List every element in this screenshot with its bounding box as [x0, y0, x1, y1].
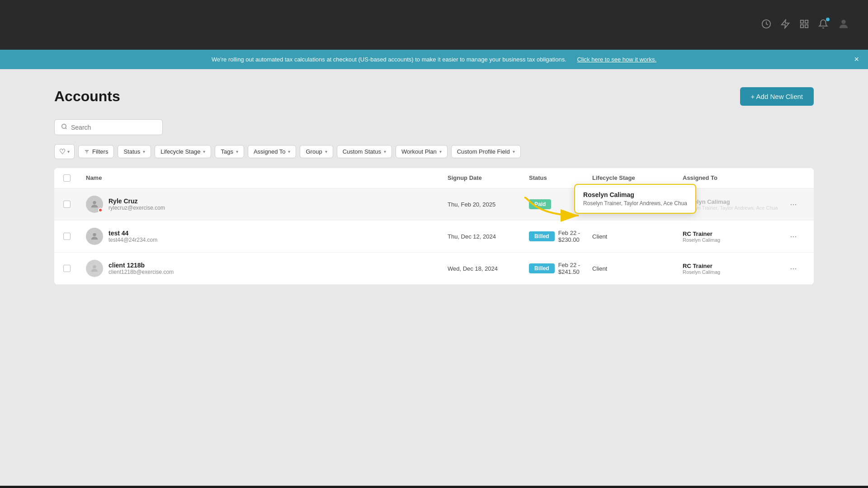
arrow-annotation: [520, 193, 592, 231]
row2-status-badge: Billed: [529, 231, 555, 241]
row1-client-info: Ryle Cruz rylecruz@exercise.com: [86, 196, 448, 213]
group-filter-label: Group: [306, 148, 322, 155]
filters-button[interactable]: Filters: [78, 145, 114, 158]
row1-assigned-to-cell: Roselyn Calimag Roselyn Trainer, Taylor …: [683, 198, 782, 211]
header-assigned-to: Assigned To: [683, 174, 782, 182]
svg-point-6: [841, 19, 845, 23]
row3-status-cell: Billed Feb 22 - $241.50: [529, 262, 592, 275]
workout-plan-chevron-icon: ▾: [439, 149, 442, 154]
row1-checkbox[interactable]: [63, 201, 71, 208]
banner-close-button[interactable]: ×: [854, 55, 859, 64]
lifecycle-stage-filter[interactable]: Lifecycle Stage ▾: [155, 145, 211, 158]
row2-billing-detail: Feb 22 - $230.00: [558, 230, 592, 243]
table-row: Ryle Cruz rylecruz@exercise.com Thu, Feb…: [54, 188, 814, 221]
row3-lifecycle: Client: [592, 265, 683, 272]
banner-link[interactable]: Click here to see how it works.: [577, 56, 656, 63]
main-content: Accounts + Add New Client ♡ ▾ Filters St…: [0, 69, 868, 486]
favorites-filter[interactable]: ♡ ▾: [54, 144, 75, 159]
row2-assigned-sub: Roselyn Calimag: [683, 237, 782, 243]
header-signup-date: Signup Date: [448, 174, 529, 182]
custom-status-filter[interactable]: Custom Status ▾: [337, 145, 392, 158]
assigned-to-filter[interactable]: Assigned To ▾: [248, 145, 297, 158]
row3-signup-date: Wed, Dec 18, 2024: [448, 265, 529, 272]
banner: We're rolling out automated tax calculat…: [0, 50, 868, 69]
bottom-black-area: [0, 486, 868, 488]
row3-assigned-main: RC Trainer: [683, 263, 782, 269]
header-checkbox-cell: [63, 174, 86, 182]
svg-point-15: [93, 265, 96, 268]
row2-status-cell: Billed Feb 22 - $230.00: [529, 230, 592, 243]
row3-checkbox[interactable]: [63, 265, 71, 272]
row2-lifecycle: Client: [592, 233, 683, 240]
tags-chevron-icon: ▾: [236, 149, 238, 154]
row3-email: client1218b@exercise.com: [108, 269, 174, 275]
row3-client-info: client 1218b client1218b@exercise.com: [86, 260, 448, 277]
row1-avatar: [86, 196, 103, 213]
table-row: client 1218b client1218b@exercise.com We…: [54, 253, 814, 285]
row3-avatar: [86, 260, 103, 277]
svg-rect-5: [801, 24, 803, 27]
row1-status-dot: [98, 208, 103, 212]
tooltip-sub-names: Roselyn Trainer, Taylor Andrews, Ace Chu…: [583, 200, 687, 206]
add-new-client-button[interactable]: + Add New Client: [740, 87, 814, 106]
tooltip-main-name: Roselyn Calimag: [583, 191, 687, 198]
search-container: [54, 119, 814, 135]
row3-assigned-to-cell: RC Trainer Roselyn Calimag: [683, 263, 782, 275]
workout-plan-filter-label: Workout Plan: [401, 148, 437, 155]
custom-status-filter-label: Custom Status: [343, 148, 381, 155]
status-filter[interactable]: Status ▾: [118, 145, 151, 158]
row1-checkbox-cell: [63, 201, 86, 208]
custom-status-chevron-icon: ▾: [384, 149, 386, 154]
svg-point-14: [93, 233, 96, 236]
heart-icon: ♡: [59, 147, 66, 156]
workout-plan-filter[interactable]: Workout Plan ▾: [396, 145, 448, 158]
row1-assigned-sub: Roselyn Trainer, Taylor Andrews, Ace Chu…: [683, 205, 782, 211]
assigned-to-chevron-icon: ▾: [288, 149, 290, 154]
row2-checkbox-cell: [63, 233, 86, 240]
grid-icon[interactable]: [799, 19, 809, 31]
group-filter[interactable]: Group ▾: [300, 145, 333, 158]
svg-point-7: [62, 124, 66, 128]
row2-client-info: test 44 test44@24r234.com: [86, 228, 448, 245]
tags-filter-label: Tags: [221, 148, 233, 155]
row1-assigned-main: Roselyn Calimag: [683, 198, 782, 205]
row3-name: client 1218b: [108, 262, 174, 269]
custom-profile-field-filter[interactable]: Custom Profile Field ▾: [451, 145, 521, 158]
clock-icon[interactable]: [761, 19, 771, 31]
row3-more-button[interactable]: ···: [782, 264, 805, 273]
filters-label: Filters: [92, 148, 108, 155]
svg-rect-3: [805, 20, 808, 23]
status-filter-label: Status: [123, 148, 140, 155]
header-actions: [782, 174, 805, 182]
svg-marker-1: [782, 19, 789, 28]
row1-name: Ryle Cruz: [108, 197, 165, 205]
search-icon: [61, 123, 67, 131]
user-avatar-icon[interactable]: [837, 18, 850, 33]
row1-more-button[interactable]: ···: [782, 200, 805, 209]
assigned-to-filter-label: Assigned To: [254, 148, 286, 155]
svg-line-8: [66, 128, 67, 129]
header-name: Name: [86, 174, 448, 182]
row2-email: test44@24r234.com: [108, 237, 157, 243]
row3-billing-detail: Feb 22 - $241.50: [558, 262, 592, 275]
banner-text: We're rolling out automated tax calculat…: [212, 56, 566, 63]
row2-checkbox[interactable]: [63, 233, 71, 240]
row2-name: test 44: [108, 230, 157, 237]
row2-avatar: [86, 228, 103, 245]
lifecycle-stage-filter-label: Lifecycle Stage: [160, 148, 200, 155]
svg-rect-4: [805, 24, 808, 27]
lightning-icon[interactable]: [780, 19, 790, 31]
page-header: Accounts + Add New Client: [54, 87, 814, 106]
tags-filter[interactable]: Tags ▾: [215, 145, 244, 158]
svg-rect-2: [801, 20, 803, 23]
row2-more-button[interactable]: ···: [782, 232, 805, 241]
custom-profile-field-filter-label: Custom Profile Field: [457, 148, 510, 155]
row1-signup-date: Thu, Feb 20, 2025: [448, 201, 529, 208]
select-all-checkbox[interactable]: [63, 174, 71, 182]
clients-table: Name Signup Date Status Lifecycle Stage …: [54, 168, 814, 285]
tooltip-popover: Roselyn Calimag Roselyn Trainer, Taylor …: [574, 184, 696, 214]
search-input[interactable]: [71, 124, 156, 131]
row1-name-block: Ryle Cruz rylecruz@exercise.com: [108, 197, 165, 211]
heart-chevron: ▾: [67, 149, 70, 154]
bell-icon[interactable]: [818, 19, 828, 31]
